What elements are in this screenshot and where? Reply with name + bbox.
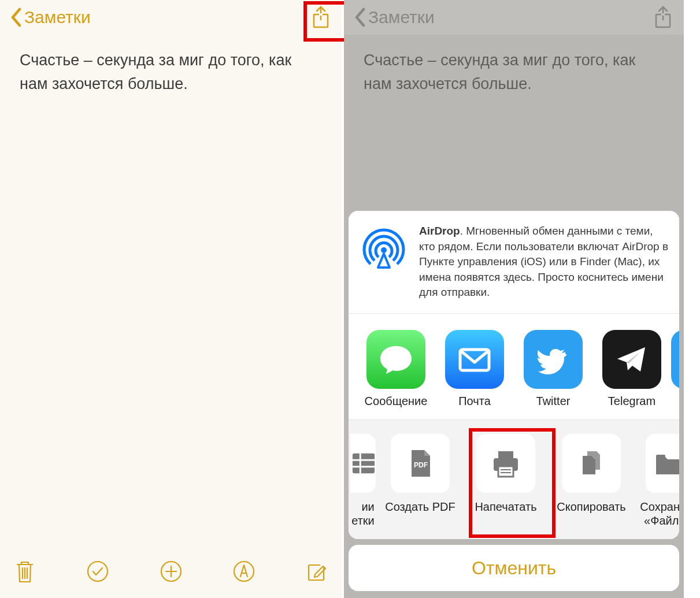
- share-app-twitter[interactable]: Twitter: [514, 330, 592, 408]
- share-button[interactable]: [310, 5, 331, 30]
- airdrop-description: AirDrop. Мгновенный обмен данными с теми…: [419, 224, 669, 300]
- action-create-pdf[interactable]: PDF Создать PDF: [377, 434, 463, 514]
- action-copy[interactable]: Скопировать: [549, 434, 634, 514]
- cancel-button[interactable]: Отменить: [349, 545, 679, 591]
- plus-circle-icon: [159, 559, 183, 584]
- back-button[interactable]: Заметки: [10, 8, 91, 27]
- share-app-mail[interactable]: Почта: [435, 330, 514, 408]
- markup-icon: [232, 559, 256, 584]
- airdrop-icon: [359, 224, 409, 273]
- app-label: Почта: [458, 395, 491, 408]
- svg-rect-20: [498, 451, 513, 458]
- copy-icon: [576, 448, 607, 479]
- bottom-toolbar: [0, 551, 342, 598]
- action-partial-left[interactable]: ии етки: [349, 434, 377, 528]
- share-apps-row[interactable]: Сообщение Почта Twitter: [349, 314, 679, 420]
- partial-app-icon: [671, 330, 679, 389]
- share-icon: [310, 5, 331, 30]
- note-content-dimmed: Счастье – секунда за миг до того, как на…: [344, 35, 684, 109]
- trash-icon: [14, 559, 36, 584]
- airdrop-section[interactable]: AirDrop. Мгновенный обмен данными с теми…: [349, 211, 679, 314]
- back-label: Заметки: [24, 8, 91, 27]
- back-label: Заметки: [368, 8, 435, 27]
- notes-app-screen-left: Заметки Счастье – секунда за миг до того…: [0, 0, 342, 598]
- notes-app-screen-right: Заметки Счастье – секунда за миг до того…: [344, 0, 684, 598]
- svg-point-3: [88, 562, 108, 581]
- telegram-icon: [612, 339, 652, 380]
- table-icon: [351, 451, 376, 476]
- folder-icon: [653, 449, 679, 478]
- share-sheet: AirDrop. Мгновенный обмен данными с теми…: [344, 206, 684, 598]
- checkmark-circle-icon: [86, 559, 110, 584]
- pdf-icon: PDF: [405, 448, 436, 479]
- svg-point-13: [381, 247, 387, 253]
- twitter-icon: [533, 339, 573, 380]
- svg-rect-22: [498, 466, 513, 477]
- share-button-dimmed: [653, 5, 673, 30]
- action-label: ии етки: [351, 500, 375, 528]
- share-card: AirDrop. Мгновенный обмен данными с теми…: [349, 211, 679, 539]
- add-button[interactable]: [157, 557, 186, 586]
- app-label: Twitter: [536, 395, 571, 408]
- svg-rect-25: [656, 455, 665, 458]
- navbar: Заметки: [0, 0, 342, 35]
- printer-icon: [489, 447, 523, 480]
- back-button-dimmed: Заметки: [354, 8, 435, 27]
- action-print[interactable]: Напечатать: [463, 434, 549, 514]
- checklist-button[interactable]: [83, 557, 112, 586]
- app-label: Сообщение: [365, 395, 428, 408]
- app-label: Telegram: [608, 395, 655, 408]
- trash-button[interactable]: [10, 557, 39, 586]
- share-actions-row[interactable]: ии етки PDF Создать PDF Напечатать: [349, 420, 679, 539]
- action-save-files[interactable]: Сохранить «Файлы»: [634, 434, 679, 528]
- action-label: Скопировать: [557, 500, 625, 514]
- markup-button[interactable]: [229, 557, 258, 586]
- action-label: Создать PDF: [385, 500, 455, 514]
- svg-rect-12: [661, 13, 665, 16]
- chevron-back-icon: [10, 8, 22, 27]
- note-content[interactable]: Счастье – секунда за миг до того, как на…: [0, 35, 342, 109]
- action-label: Сохранить «Файлы»: [640, 500, 679, 528]
- action-label: Напечатать: [475, 500, 536, 514]
- share-icon: [653, 5, 673, 30]
- compose-button[interactable]: [302, 557, 331, 586]
- share-app-telegram[interactable]: Telegram: [592, 330, 671, 408]
- cancel-label: Отменить: [472, 558, 556, 579]
- share-app-messages[interactable]: Сообщение: [357, 330, 435, 408]
- svg-rect-15: [353, 454, 375, 473]
- compose-icon: [305, 559, 329, 584]
- share-app-overflow[interactable]: [671, 330, 679, 408]
- mail-icon: [454, 339, 495, 380]
- svg-text:PDF: PDF: [414, 461, 428, 469]
- chevron-back-icon: [354, 8, 366, 27]
- navbar-dimmed: Заметки: [344, 0, 684, 35]
- svg-rect-2: [319, 13, 323, 16]
- message-icon: [376, 339, 416, 380]
